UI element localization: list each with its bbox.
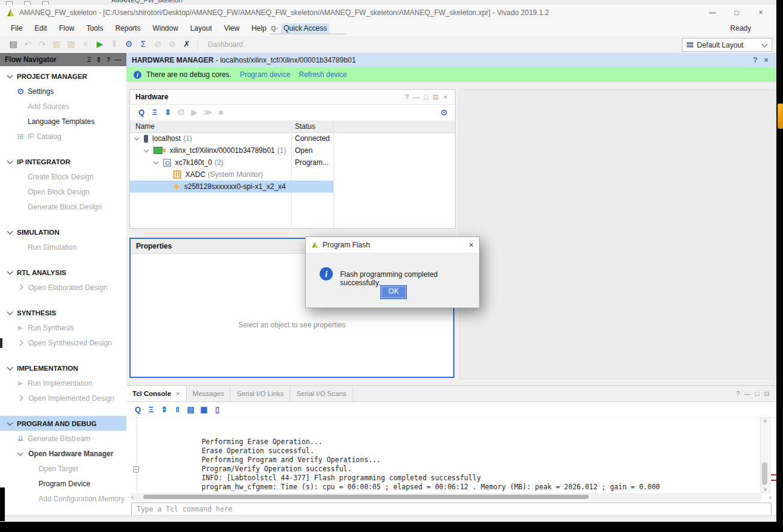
help-icon[interactable]: ? [733, 386, 743, 401]
flownav-open-implemented-design[interactable]: Open Implemented Design [0, 391, 126, 406]
flownav-generate-bitstream[interactable]: Generate Bitstream [0, 431, 126, 446]
horizontal-scrollbar[interactable]: ‹ › [131, 493, 762, 501]
expand-all-icon[interactable]: ⇕ [161, 108, 175, 117]
report-sigma-icon[interactable]: Σ [136, 36, 150, 52]
tab-tcl-console[interactable]: Tcl Console × [126, 386, 187, 401]
menu-layout[interactable]: Layout [184, 20, 218, 36]
expand-all-icon[interactable]: ⇕ [158, 405, 171, 414]
flownav-open-hardware-manager[interactable]: Open Hardware Manager [0, 446, 126, 461]
program-step-icon[interactable]: ‖ [107, 36, 122, 52]
trash-icon[interactable]: ▯ [211, 405, 224, 414]
scrollbar-thumb[interactable] [143, 495, 589, 499]
menu-edit[interactable]: Edit [28, 20, 53, 36]
scroll-right-icon[interactable]: › [769, 493, 772, 501]
help-icon[interactable]: ? [104, 53, 113, 66]
search-icon[interactable]: Q [131, 405, 144, 414]
open-file-icon[interactable]: ▤ [6, 36, 20, 52]
search-icon[interactable]: Q [135, 108, 148, 117]
flownav-program-and-debug[interactable]: PROGRAM AND DEBUG [0, 416, 126, 431]
minimize-icon[interactable]: — [113, 53, 123, 66]
fast-forward-icon[interactable]: ≫ [201, 108, 214, 117]
flownav-run-simulation[interactable]: Run Simulation [0, 240, 126, 255]
flownav-run-synthesis[interactable]: Run Synthesis [0, 320, 126, 335]
maximize-button[interactable]: □ [725, 5, 749, 20]
column-status[interactable]: Status [295, 120, 315, 132]
refresh-device-link[interactable]: Refresh device [299, 70, 347, 79]
close-icon[interactable]: × [761, 53, 772, 67]
flownav-open-elaborated-design[interactable]: Open Elaborated Design [0, 280, 126, 295]
float-icon[interactable]: ⊡ [431, 90, 441, 104]
scrollbar-thumb[interactable] [762, 462, 767, 485]
scroll-down-icon[interactable]: ∨ [761, 486, 770, 492]
column-name[interactable]: Name [135, 120, 155, 132]
program-device-link[interactable]: Program device [240, 70, 290, 79]
delete-icon[interactable]: × [78, 36, 93, 52]
maximize-icon[interactable]: □ [752, 386, 762, 401]
copy-icon[interactable]: ▤ [184, 405, 197, 414]
flownav-implementation[interactable]: IMPLEMENTATION [0, 360, 126, 376]
flownav-program-device[interactable]: Program Device [0, 476, 126, 491]
tree-row-target[interactable]: xilinx_tcf/Xilinx/00001b34789b01 (1) Ope… [130, 144, 455, 156]
flownav-open-target[interactable]: Open Target [0, 461, 126, 476]
chevron-down-icon[interactable] [144, 147, 149, 152]
scroll-left-icon[interactable]: ‹ [131, 493, 140, 501]
menu-reports[interactable]: Reports [109, 20, 146, 36]
expand-all-icon[interactable]: ⇕ [94, 53, 104, 66]
flownav-simulation[interactable]: SIMULATION [0, 224, 126, 240]
collapse-marker-icon[interactable] [133, 466, 139, 472]
menu-view[interactable]: View [218, 20, 246, 36]
paste-icon[interactable]: ▥ [64, 36, 78, 52]
menu-flow[interactable]: Flow [53, 20, 80, 36]
float-icon[interactable]: ⊡ [762, 386, 772, 401]
collapse-all-icon[interactable]: Ξ [144, 405, 158, 414]
menu-tools[interactable]: Tools [80, 20, 109, 36]
stop-icon[interactable]: ■ [214, 108, 227, 117]
copy-icon[interactable]: ▥ [49, 36, 64, 52]
close-button[interactable]: × [749, 5, 773, 20]
chevron-down-icon[interactable] [153, 159, 158, 164]
report-icon[interactable]: ▦ [197, 405, 211, 414]
undo-icon[interactable]: ↶ [20, 36, 35, 52]
dashboard-label[interactable]: Dashboard [208, 40, 243, 49]
maximize-icon[interactable]: □ [421, 90, 431, 104]
flownav-rtl-analysis[interactable]: RTL ANALYSIS [0, 265, 126, 280]
settings-gear-icon[interactable]: ⚙ [440, 108, 448, 117]
run-icon[interactable]: ▶ [93, 36, 107, 52]
disabled-run-icon[interactable]: ⊘ [150, 36, 165, 52]
cancel-run-icon[interactable]: ✗ [179, 36, 194, 52]
tab-messages[interactable]: Messages [187, 386, 231, 401]
hardware-panel-header[interactable]: Hardware ?—□⊡× [130, 90, 455, 105]
tree-row-flash[interactable]: s25fl128sxxxxxx0-spi-x1_x2_x4 [130, 181, 455, 193]
tree-row-xadc[interactable]: XADC (System Monitor) [130, 169, 455, 181]
minimize-icon[interactable]: — [412, 90, 421, 104]
quick-access-search[interactable]: Q· Quick Access [270, 22, 347, 34]
minimize-icon[interactable]: — [743, 386, 752, 401]
tree-row-localhost[interactable]: localhost (1) Connected [130, 132, 455, 144]
disabled-debug-icon[interactable]: ⊘ [165, 36, 179, 52]
tab-serial-io-links[interactable]: Serial I/O Links [231, 386, 290, 401]
help-icon[interactable]: ? [750, 53, 761, 67]
flownav-create-block-design[interactable]: Create Block Design [0, 169, 126, 184]
menu-window[interactable]: Window [146, 20, 184, 36]
close-icon[interactable]: × [441, 90, 450, 104]
collapse-all-icon[interactable]: Ξ [148, 108, 161, 117]
flownav-language-templates[interactable]: Language Templates [0, 114, 126, 129]
tab-serial-io-scans[interactable]: Serial I/O Scans [290, 386, 353, 401]
scroll-up-icon[interactable]: ∧ [761, 418, 770, 424]
dialog-title-bar[interactable]: Program Flash × [306, 237, 479, 253]
collapse-all-icon[interactable]: Ξ [84, 53, 94, 66]
flownav-settings[interactable]: Settings [0, 84, 126, 99]
flownav-ip-catalog[interactable]: IP Catalog [0, 129, 126, 144]
title-bar[interactable]: AMANEQ_FW_skeleton - [C:/Users/shirotori… [0, 5, 776, 20]
flownav-project-manager[interactable]: PROJECT MANAGER [0, 69, 126, 84]
flownav-run-implementation[interactable]: Run Implementation [0, 376, 126, 391]
error-marker[interactable] [771, 474, 776, 475]
vertical-scrollbar[interactable]: ∧ ∨ [760, 417, 770, 493]
redo-icon[interactable]: ↷ [35, 36, 49, 52]
run-icon[interactable]: ▶ [188, 108, 201, 117]
chevron-down-icon[interactable] [134, 135, 139, 140]
error-marker[interactable] [771, 480, 776, 481]
settings-gear-icon[interactable]: ⚙ [122, 36, 136, 52]
flownav-open-synthesized-design[interactable]: Open Synthesized Design [0, 335, 126, 350]
flownav-synthesis[interactable]: SYNTHESIS [0, 305, 126, 320]
